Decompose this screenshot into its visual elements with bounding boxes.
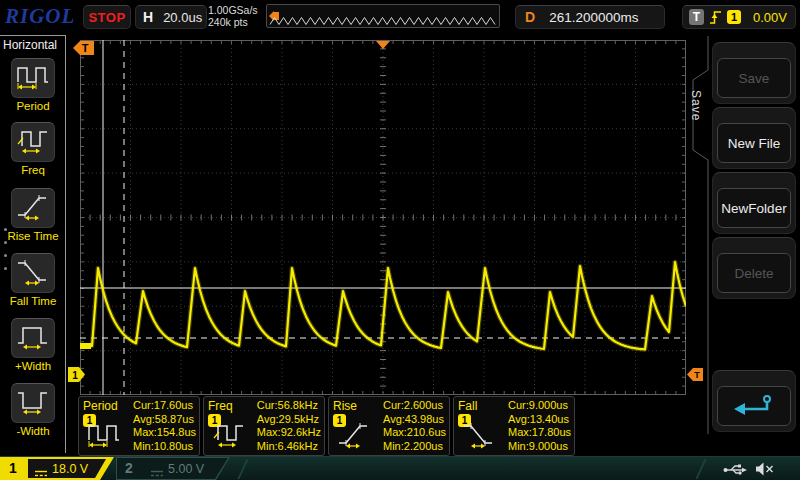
channel-1-number: 1: [9, 460, 17, 476]
fall-cur: Cur:9.000us: [508, 399, 571, 413]
horizontal-timebase-chip[interactable]: H 20.0us: [135, 5, 207, 29]
measurement-panel-period[interactable]: Period 1 Cur:17.60us Avg:58.87us Max:154…: [78, 396, 200, 456]
channel-1-button[interactable]: 1 18.0 V: [0, 457, 114, 480]
acquisition-info: 1.00GSa/s 240k pts: [208, 4, 258, 28]
usb-icon: [723, 462, 747, 480]
svg-text:T: T: [82, 42, 89, 54]
speaker-muted-icon: [755, 462, 774, 480]
fall-min: Min:9.000us: [508, 440, 571, 454]
new-file-button[interactable]: New File: [712, 107, 796, 169]
timebase-value: 20.0us: [163, 10, 202, 25]
period-icon: [87, 419, 121, 453]
rise-avg: Avg:43.98us: [383, 413, 446, 427]
left-measure-menu: Horizontal Period Freq Rise Time: [0, 32, 67, 456]
measurement-panel-freq[interactable]: Freq 1 Cur:56.8kHz Avg:29.5kHz Max:92.6k…: [203, 396, 325, 456]
channel-2-scale: 5.00 V: [168, 462, 204, 476]
menu-scroll-dots: [4, 228, 7, 280]
d-label: D: [525, 9, 535, 25]
pwidth-icon: [16, 321, 50, 355]
t-label: T: [689, 9, 704, 25]
coupling-dc-icon: [34, 464, 48, 480]
preview-waveform: [269, 14, 497, 26]
freq-avg: Avg:29.5kHz: [257, 413, 321, 427]
channel-1-scale: 18.0 V: [52, 462, 88, 476]
coupling-dc-icon: [150, 464, 164, 480]
channel1-level-marker[interactable]: 1: [68, 367, 86, 386]
freq-icon: [212, 419, 246, 453]
graticule-canvas: [80, 40, 686, 395]
period-icon: [16, 61, 50, 95]
delay-value: 261.200000ms: [549, 10, 638, 25]
trigger-level-value: 0.00V: [753, 10, 787, 25]
trigger-source-badge: 1: [727, 10, 741, 24]
trigger-position-marker[interactable]: [376, 41, 390, 49]
period-avg: Avg:58.87us: [133, 413, 196, 427]
menu-item-period[interactable]: Period: [0, 58, 66, 112]
period-max: Max:154.8us: [133, 426, 196, 440]
freq-icon: [16, 125, 50, 159]
run-state-indicator[interactable]: STOP: [83, 5, 131, 29]
freq-cur: Cur:56.8kHz: [257, 399, 321, 413]
save-menu: Save Save New File NewFolder Delete: [688, 32, 800, 456]
delay-chip[interactable]: D 261.200000ms: [515, 5, 665, 29]
svg-text:1: 1: [72, 370, 78, 381]
fall-avg: Avg:13.40us: [508, 413, 571, 427]
memory-depth: 240k pts: [208, 16, 258, 28]
period-cur: Cur:17.60us: [133, 399, 196, 413]
rise-min: Min:2.200us: [383, 440, 446, 454]
freq-min: Min:6.46kHz: [257, 440, 321, 454]
empty-slot-divider: [237, 459, 248, 479]
rise-max: Max:210.6us: [383, 426, 446, 440]
fall-time-icon: [462, 419, 496, 453]
top-status-bar: RIGOL STOP H 20.0us 1.00GSa/s 240k pts D…: [0, 0, 800, 32]
run-state-label: STOP: [88, 10, 125, 25]
channel-2-number: 2: [125, 460, 133, 476]
period-min: Min:10.80us: [133, 440, 196, 454]
delete-button[interactable]: Delete: [712, 237, 796, 299]
trigger-time-marker[interactable]: T: [73, 40, 95, 60]
menu-tab-label: Save: [689, 90, 703, 121]
empty-slot-divider: [695, 459, 706, 479]
left-menu-title: Horizontal: [3, 38, 57, 52]
menu-item-freq[interactable]: Freq: [0, 122, 66, 176]
memory-waveform-preview[interactable]: [266, 4, 500, 28]
menu-item-nwidth[interactable]: -Width: [0, 383, 66, 437]
h-label: H: [143, 9, 153, 25]
oscilloscope-screen: RIGOL STOP H 20.0us 1.00GSa/s 240k pts D…: [0, 0, 800, 480]
rise-time-icon: [16, 191, 50, 225]
rise-time-icon: [337, 419, 371, 453]
measurement-panel-fall[interactable]: Fall 1 Cur:9.000us Avg:13.40us Max:17.80…: [453, 396, 575, 456]
menu-item-fall-time[interactable]: Fall Time: [0, 253, 66, 307]
edge-trigger-icon: [709, 9, 722, 26]
save-button[interactable]: Save: [712, 42, 796, 104]
channel-status-bar: 1 18.0 V 2 5.00 V: [0, 456, 800, 480]
sample-rate: 1.00GSa/s: [208, 4, 258, 16]
rigol-logo: RIGOL: [5, 4, 75, 29]
freq-max: Max:92.6kHz: [257, 426, 321, 440]
channel-2-button[interactable]: 2 5.00 V: [116, 457, 230, 480]
return-icon: [731, 392, 777, 421]
fall-max: Max:17.80us: [508, 426, 571, 440]
trigger-chip[interactable]: T 1 0.00V: [682, 5, 796, 29]
waveform-display: [80, 40, 686, 395]
menu-item-rise-time[interactable]: Rise Time: [0, 188, 66, 242]
measurement-panel-rise[interactable]: Rise 1 Cur:2.600us Avg:43.98us Max:210.6…: [328, 396, 450, 456]
back-button[interactable]: [712, 370, 796, 432]
rise-cur: Cur:2.600us: [383, 399, 446, 413]
new-folder-button[interactable]: NewFolder: [712, 172, 796, 234]
nwidth-icon: [16, 386, 50, 420]
fall-time-icon: [16, 256, 50, 290]
menu-item-pwidth[interactable]: +Width: [0, 318, 66, 372]
